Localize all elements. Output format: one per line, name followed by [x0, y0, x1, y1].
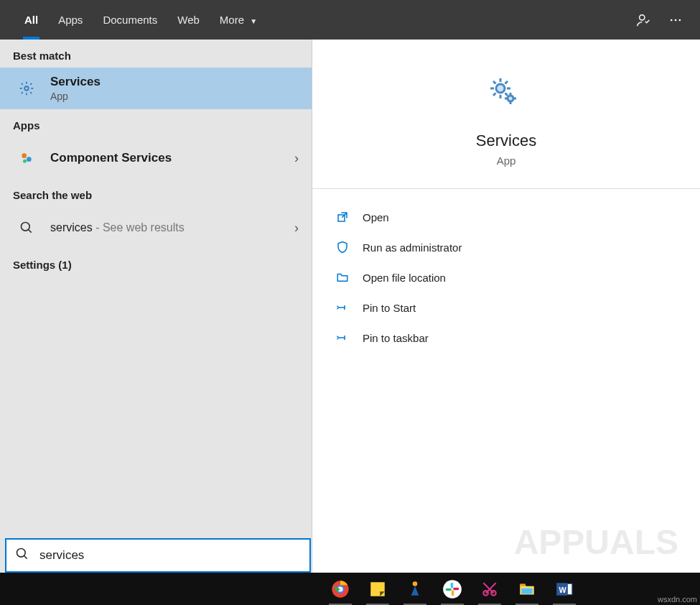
taskbar-slack[interactable]: [434, 573, 471, 605]
action-open-location[interactable]: Open file location: [334, 262, 678, 292]
action-open-location-label: Open file location: [363, 272, 446, 284]
taskbar-word[interactable]: W: [546, 573, 583, 605]
svg-point-19: [413, 581, 418, 586]
svg-rect-24: [453, 587, 459, 590]
action-pin-start-label: Pin to Start: [363, 302, 416, 314]
action-run-admin-label: Run as administrator: [363, 241, 462, 254]
svg-rect-28: [521, 588, 532, 594]
svg-rect-18: [370, 582, 385, 596]
svg-point-0: [640, 14, 645, 19]
pin-icon: [334, 331, 351, 344]
preview-pane: Services App Open Run as administrator: [312, 40, 700, 573]
main-area: Best match Services App Apps Component S…: [0, 40, 700, 573]
preview-title: Services: [476, 131, 536, 150]
chevron-right-icon: ›: [294, 221, 299, 236]
svg-point-5: [22, 153, 27, 158]
component-services-icon: [13, 144, 40, 172]
actions-list: Open Run as administrator Open file loca…: [312, 189, 700, 366]
taskbar-snip[interactable]: [471, 573, 508, 605]
svg-point-13: [17, 549, 26, 558]
web-suffix-text: - See web results: [93, 221, 185, 234]
action-open-label: Open: [363, 211, 389, 223]
results-pane: Best match Services App Apps Component S…: [0, 40, 312, 573]
action-pin-taskbar[interactable]: Pin to taskbar: [334, 323, 678, 353]
result-component-services[interactable]: Component Services ›: [0, 137, 312, 179]
web-header: Search the web: [0, 179, 312, 207]
taskbar-sticky-notes[interactable]: [359, 573, 396, 605]
search-bar[interactable]: [5, 538, 311, 573]
result-services[interactable]: Services App: [0, 68, 312, 109]
filter-tabs: All Apps Documents Web More ▼: [0, 0, 700, 40]
services-app-icon: [486, 74, 526, 114]
svg-line-9: [29, 230, 32, 233]
taskbar-explorer[interactable]: [508, 573, 546, 605]
open-icon: [334, 211, 351, 223]
svg-point-7: [23, 160, 27, 163]
component-prefix: Component: [50, 151, 121, 165]
taskbar-app-blue[interactable]: [396, 573, 434, 605]
action-run-admin[interactable]: Run as administrator: [334, 232, 678, 262]
tab-more[interactable]: More ▼: [210, 0, 267, 40]
svg-rect-27: [520, 583, 526, 586]
feedback-icon[interactable]: [628, 4, 660, 36]
pin-icon: [334, 301, 351, 314]
svg-point-10: [496, 84, 505, 93]
result-services-subtitle: App: [50, 91, 299, 102]
svg-point-1: [671, 19, 673, 21]
best-match-header: Best match: [0, 40, 312, 68]
search-input[interactable]: [39, 548, 301, 563]
chevron-down-icon: ▼: [250, 17, 257, 25]
svg-text:W: W: [559, 586, 566, 594]
shield-icon: [334, 241, 351, 254]
svg-point-8: [22, 223, 30, 231]
action-pin-taskbar-label: Pin to taskbar: [363, 332, 429, 344]
svg-rect-31: [567, 583, 572, 594]
taskbar: W: [0, 573, 700, 605]
svg-point-6: [27, 157, 32, 162]
svg-line-14: [24, 556, 27, 559]
chevron-right-icon: ›: [294, 151, 299, 166]
search-icon: [13, 214, 40, 241]
search-icon: [15, 547, 29, 564]
taskbar-chrome[interactable]: [322, 573, 359, 605]
services-icon: [13, 75, 40, 102]
result-services-title: Services: [50, 75, 299, 89]
folder-icon: [334, 271, 351, 284]
action-pin-start[interactable]: Pin to Start: [334, 292, 678, 323]
result-web-title: services - See web results: [50, 221, 294, 234]
apps-header: Apps: [0, 109, 312, 137]
svg-point-2: [675, 19, 677, 21]
preview-subtitle: App: [497, 154, 516, 167]
result-web-services[interactable]: services - See web results ›: [0, 207, 312, 249]
tab-all[interactable]: All: [14, 0, 48, 40]
svg-rect-22: [446, 588, 452, 591]
web-query-text: services: [50, 221, 93, 234]
tab-apps[interactable]: Apps: [48, 0, 93, 40]
preview-header: Services App: [312, 40, 700, 189]
svg-point-3: [679, 19, 681, 21]
svg-point-4: [24, 86, 29, 91]
settings-header: Settings (1): [0, 249, 312, 277]
component-bold: Services: [121, 151, 172, 165]
action-open[interactable]: Open: [334, 202, 678, 232]
svg-rect-21: [451, 582, 454, 588]
tab-documents[interactable]: Documents: [93, 0, 167, 40]
wsx-label: wsxdn.com: [658, 595, 697, 604]
svg-rect-23: [452, 590, 454, 596]
result-component-title: Component Services: [50, 151, 294, 165]
tab-web[interactable]: Web: [167, 0, 210, 40]
svg-point-11: [508, 96, 513, 101]
more-options-icon[interactable]: [660, 4, 691, 36]
tab-more-label: More: [220, 14, 244, 26]
